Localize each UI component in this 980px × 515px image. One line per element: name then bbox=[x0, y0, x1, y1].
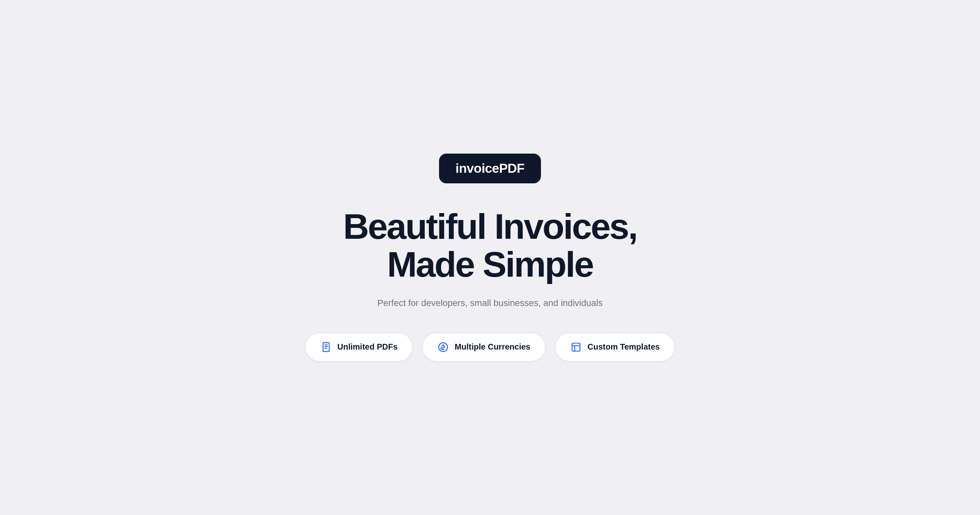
headline-line2: Made Simple bbox=[387, 244, 593, 284]
feature-label-multiple-currencies: Multiple Currencies bbox=[455, 342, 530, 352]
logo-text: invoicePDF bbox=[455, 161, 524, 176]
page-container: invoicePDF Beautiful Invoices, Made Simp… bbox=[266, 154, 714, 361]
feature-pill-multiple-currencies: Multiple Currencies bbox=[422, 333, 545, 361]
feature-pill-custom-templates: Custom Templates bbox=[555, 333, 675, 361]
features-row: Unlimited PDFs Multiple Currencies bbox=[305, 333, 675, 361]
feature-pill-unlimited-pdfs: Unlimited PDFs bbox=[305, 333, 413, 361]
currency-icon bbox=[437, 341, 449, 353]
main-headline: Beautiful Invoices, Made Simple bbox=[343, 208, 637, 283]
logo-badge: invoicePDF bbox=[439, 154, 541, 183]
svg-rect-7 bbox=[572, 343, 580, 351]
template-icon bbox=[570, 341, 582, 353]
feature-label-unlimited-pdfs: Unlimited PDFs bbox=[338, 342, 398, 352]
document-icon bbox=[320, 341, 332, 353]
subheadline: Perfect for developers, small businesses… bbox=[377, 298, 603, 308]
headline-line1: Beautiful Invoices, bbox=[343, 206, 637, 246]
logo-wrapper: invoicePDF bbox=[439, 154, 541, 183]
feature-label-custom-templates: Custom Templates bbox=[587, 342, 660, 352]
